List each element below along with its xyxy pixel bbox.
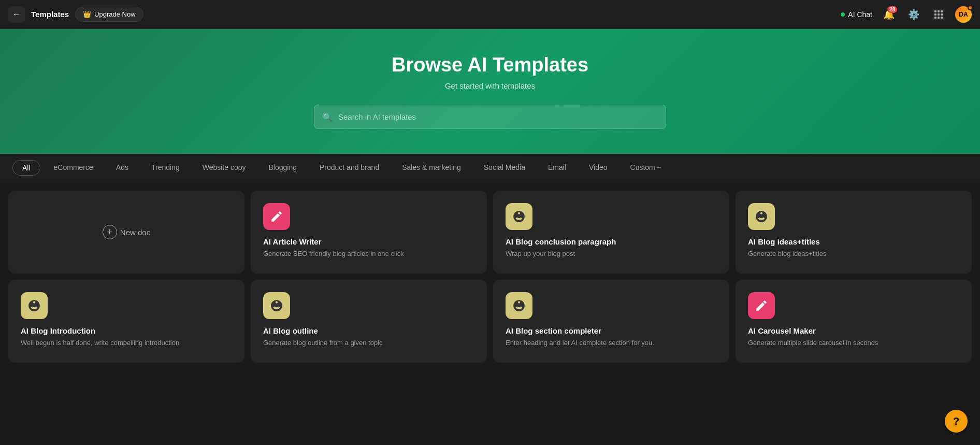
ai-blog-outline-icon (263, 292, 290, 319)
tab-custom[interactable]: Custom→ (619, 154, 674, 182)
ai-blog-intro-icon (21, 292, 48, 319)
ai-blog-outline-title: AI Blog outline (263, 326, 474, 335)
notifications-button[interactable]: 🔔 28 (881, 6, 897, 23)
help-button[interactable]: ? (945, 410, 968, 433)
ai-article-writer-desc: Generate SEO friendly blog articles in o… (263, 249, 474, 259)
ai-blog-ideas-desc: Generate blog ideas+titles (748, 249, 959, 259)
tab-all[interactable]: All (12, 160, 40, 176)
grid-icon (934, 10, 943, 19)
ai-blog-conclusion-card[interactable]: AI Blog conclusion paragraph Wrap up you… (493, 191, 729, 274)
ai-blog-section-title: AI Blog section completer (506, 326, 717, 335)
ai-blog-intro-title: AI Blog Introduction (21, 326, 232, 335)
new-doc-label: New doc (120, 228, 150, 237)
ai-blog-outline-desc: Generate blog outline from a given topic (263, 338, 474, 348)
ai-chat-label: AI Chat (848, 10, 872, 19)
tab-social-media[interactable]: Social Media (472, 154, 537, 182)
tab-video[interactable]: Video (578, 154, 619, 182)
ai-status-dot (841, 12, 845, 17)
hero-banner: Browse AI Templates Get started with tem… (0, 29, 980, 154)
header: ← Templates 👑 Upgrade Now AI Chat 🔔 28 ⚙… (0, 0, 980, 29)
back-icon: ← (12, 10, 21, 19)
tab-blogging[interactable]: Blogging (257, 154, 308, 182)
new-doc-card[interactable]: + New doc (8, 191, 244, 274)
avatar-initials: DA (959, 11, 968, 18)
ai-blog-ideas-icon (748, 203, 775, 230)
ai-blog-conclusion-icon (506, 203, 532, 230)
cards-row-1: + New doc AI Article Writer Generate SEO… (8, 191, 972, 274)
search-input[interactable] (314, 105, 666, 129)
tab-trending[interactable]: Trending (140, 154, 191, 182)
tab-ads[interactable]: Ads (105, 154, 140, 182)
ai-blog-outline-card[interactable]: AI Blog outline Generate blog outline fr… (251, 280, 487, 363)
header-left: ← Templates 👑 Upgrade Now (8, 6, 834, 23)
avatar-status-dot (968, 5, 973, 10)
ai-blog-conclusion-desc: Wrap up your blog post (506, 249, 717, 259)
ai-blog-section-desc: Enter heading and let AI complete sectio… (506, 338, 717, 348)
ai-blog-intro-card[interactable]: AI Blog Introduction Well begun is half … (8, 280, 244, 363)
upgrade-button[interactable]: 👑 Upgrade Now (75, 7, 143, 22)
hero-title: Browse AI Templates (392, 54, 588, 76)
ai-blog-ideas-title: AI Blog ideas+titles (748, 237, 959, 246)
tab-website-copy[interactable]: Website copy (191, 154, 257, 182)
settings-button[interactable]: ⚙️ (905, 6, 922, 23)
category-tabs: All eCommerce Ads Trending Website copy … (0, 154, 980, 182)
ai-blog-section-card[interactable]: AI Blog section completer Enter heading … (493, 280, 729, 363)
back-button[interactable]: ← (8, 6, 25, 23)
plus-icon: + (103, 225, 117, 239)
gear-icon: ⚙️ (908, 9, 919, 20)
ai-blog-ideas-card[interactable]: AI Blog ideas+titles Generate blog ideas… (736, 191, 972, 274)
ai-article-writer-title: AI Article Writer (263, 237, 474, 246)
ai-carousel-maker-title: AI Carousel Maker (748, 326, 959, 335)
tab-ecommerce[interactable]: eCommerce (42, 154, 105, 182)
hero-subtitle: Get started with templates (445, 81, 535, 90)
search-container: 🔍 (314, 105, 666, 129)
cards-row-2: AI Blog Introduction Well begun is half … (8, 280, 972, 363)
tab-sales-marketing[interactable]: Sales & marketing (391, 154, 472, 182)
page-title: Templates (31, 10, 69, 19)
ai-blog-intro-desc: Well begun is half done, write compellin… (21, 338, 232, 348)
tab-product-brand[interactable]: Product and brand (308, 154, 391, 182)
ai-article-writer-card[interactable]: AI Article Writer Generate SEO friendly … (251, 191, 487, 274)
ai-chat-button[interactable]: AI Chat (841, 10, 872, 19)
apps-button[interactable] (930, 6, 947, 23)
avatar[interactable]: DA (955, 6, 972, 23)
ai-article-writer-icon (263, 203, 290, 230)
ai-blog-conclusion-title: AI Blog conclusion paragraph (506, 237, 717, 246)
ai-carousel-maker-icon (748, 292, 775, 319)
templates-grid: + New doc AI Article Writer Generate SEO… (0, 182, 980, 377)
ai-blog-section-icon (506, 292, 532, 319)
tab-email[interactable]: Email (537, 154, 578, 182)
help-label: ? (953, 415, 959, 427)
header-right: AI Chat 🔔 28 ⚙️ DA (841, 6, 972, 23)
upgrade-label: Upgrade Now (94, 10, 136, 18)
new-doc-content: + New doc (103, 225, 150, 239)
ai-carousel-maker-card[interactable]: AI Carousel Maker Generate multiple slid… (736, 280, 972, 363)
ai-carousel-maker-desc: Generate multiple slide carousel in seco… (748, 338, 959, 348)
crown-icon: 👑 (83, 10, 91, 18)
notification-badge: 28 (887, 6, 897, 13)
